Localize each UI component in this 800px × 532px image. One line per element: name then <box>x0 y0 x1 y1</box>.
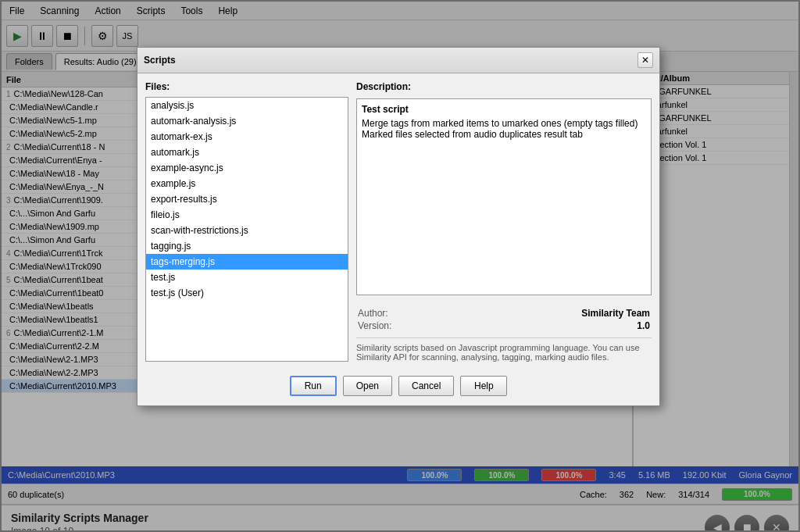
open-button[interactable]: Open <box>343 376 392 396</box>
modal-titlebar: Scripts ✕ <box>138 48 659 73</box>
script-file-item[interactable]: fileio.js <box>146 207 348 223</box>
script-file-list[interactable]: analysis.jsautomark-analysis.jsautomark-… <box>145 97 348 362</box>
script-files-panel: Files: analysis.jsautomark-analysis.jsau… <box>145 81 348 362</box>
script-file-item[interactable]: test.js (User) <box>146 285 348 301</box>
author-value: Similarity Team <box>455 308 650 319</box>
script-file-item[interactable]: automark-ex.js <box>146 129 348 145</box>
script-file-item[interactable]: automark-analysis.js <box>146 113 348 129</box>
version-label: Version: <box>358 320 454 331</box>
description-box: Test script Merge tags from marked items… <box>356 98 652 295</box>
desc-body: Merge tags from marked items to umarked … <box>362 118 646 140</box>
scripts-dialog: Scripts ✕ Files: analysis.jsautomark-ana… <box>137 47 660 406</box>
script-file-item[interactable]: tags-merging.js <box>146 254 348 270</box>
script-file-item[interactable]: example.js <box>146 176 348 191</box>
modal-overlay: Scripts ✕ Files: analysis.jsautomark-ana… <box>0 0 800 532</box>
script-file-item[interactable]: export-results.js <box>146 191 348 207</box>
files-panel-label: Files: <box>145 81 348 92</box>
desc-title: Test script <box>362 104 646 115</box>
run-button[interactable]: Run <box>290 376 337 396</box>
script-file-item[interactable]: test.js <box>146 270 348 285</box>
modal-body: Files: analysis.jsautomark-analysis.jsau… <box>138 73 659 370</box>
modal-buttons: Run Open Cancel Help <box>138 370 659 405</box>
modal-close-button[interactable]: ✕ <box>638 52 653 68</box>
script-file-item[interactable]: automark.js <box>146 145 348 160</box>
script-file-item[interactable]: tagging.js <box>146 238 348 254</box>
desc-footer: Similarity scripts based on Javascript p… <box>356 337 652 362</box>
description-label: Description: <box>356 81 652 92</box>
desc-meta: Author: Similarity Team Version: 1.0 <box>356 306 652 333</box>
author-label: Author: <box>358 308 454 319</box>
modal-title: Scripts <box>144 55 176 66</box>
version-value: 1.0 <box>455 320 650 331</box>
script-desc-panel: Description: Test script Merge tags from… <box>356 81 652 362</box>
script-file-item[interactable]: example-async.js <box>146 160 348 176</box>
script-file-item[interactable]: analysis.js <box>146 98 348 113</box>
cancel-button[interactable]: Cancel <box>398 376 454 396</box>
script-file-item[interactable]: scan-with-restrictions.js <box>146 223 348 238</box>
help-button[interactable]: Help <box>460 376 507 396</box>
